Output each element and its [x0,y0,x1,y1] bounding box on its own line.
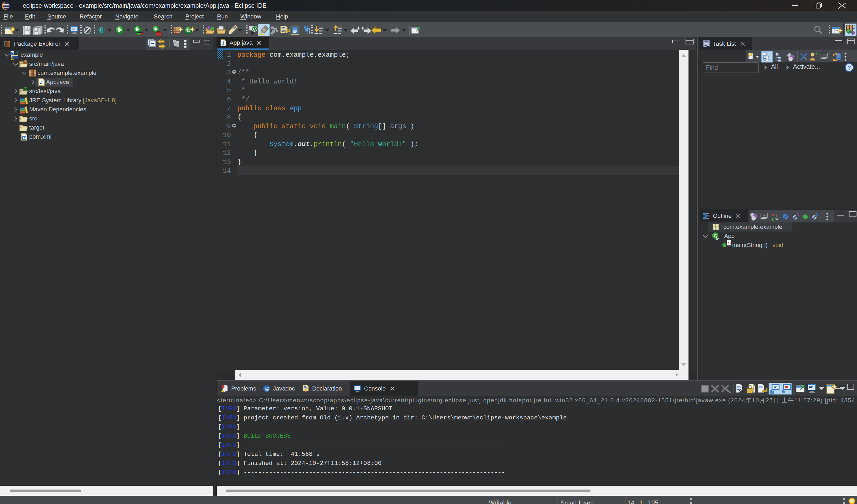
svg-text:@: @ [265,386,269,391]
svg-text:J: J [222,41,224,46]
svg-text:C: C [253,27,256,31]
svg-text:J: J [16,51,18,55]
svg-text:a: a [772,212,774,217]
svg-text:J: J [853,24,856,30]
svg-text:z: z [772,217,774,221]
svg-text:J: J [40,80,43,85]
svg-text:M: M [11,51,14,55]
svg-text:S: S [728,241,731,245]
svg-text:?: ? [847,64,851,71]
svg-text:M: M [23,136,26,140]
svg-text:C: C [187,28,190,33]
